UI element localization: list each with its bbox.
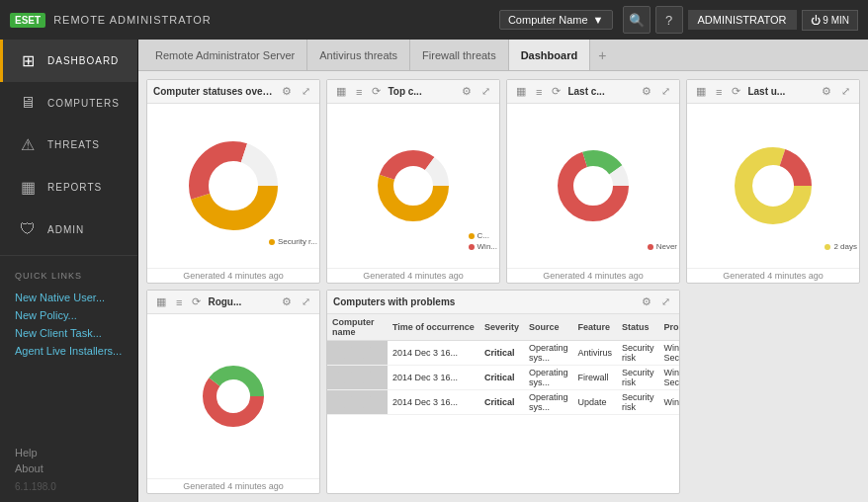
widget-bar-icon3[interactable]: ▦ [513,84,529,99]
problems-table: Computer name Time of occurrence Severit… [327,314,679,415]
computer-name-select[interactable]: Computer Name ▼ [499,10,613,30]
search-button[interactable]: 🔍 [623,6,651,34]
sidebar-item-threats[interactable]: ⚠ THREATS [0,124,137,166]
svg-point-7 [396,169,430,203]
logged-in-user: ADMINISTRATOR [688,10,797,30]
legend-item-never: Never [648,242,677,251]
widget-expand-icon4[interactable]: ⤢ [838,84,853,99]
table-cell: Operating sys... [524,341,573,366]
table-cell: ████████ [327,366,388,390]
widget-body-rogue [147,314,319,478]
quick-link-native-user[interactable]: New Native User... [15,289,123,306]
sidebar-divider [0,255,137,256]
table-cell: Critical [479,341,524,366]
help-link[interactable]: Help [15,445,123,460]
app-title: REMOTE ADMINISTRATOR [53,14,212,26]
widget-expand-icon5[interactable]: ⤢ [299,294,313,309]
table-cell: 2014 Dec 3 16... [388,341,479,366]
widget-expand-icon2[interactable]: ⤢ [478,84,493,99]
threats-label: THREATS [47,139,100,150]
quick-link-policy[interactable]: New Policy... [15,306,123,324]
donut-chart-last-u [692,109,854,263]
widget-list-icon5[interactable]: ≡ [173,295,185,309]
donut-chart-rogue [152,319,314,473]
col-time: Time of occurrence [388,314,479,341]
widget-list-icon[interactable]: ≡ [353,85,365,99]
legend-label-never: Never [656,242,677,251]
widget-footer-last-c: Generated 4 minutes ago [507,268,679,283]
widget-expand-icon[interactable]: ⤢ [299,84,313,99]
widget-title-computer-statuses: Computer statuses overview [153,86,275,97]
widget-list-icon4[interactable]: ≡ [713,85,725,99]
sidebar-item-reports[interactable]: ▦ REPORTS [0,166,137,209]
widget-title-last-c: Last c... [567,86,635,97]
problems-table-scroll[interactable]: Computer name Time of occurrence Severit… [327,314,679,493]
legend-item-2days: 2 days [825,242,857,251]
svg-point-14 [754,167,792,205]
computers-icon: 🖥 [18,94,38,112]
col-feature: Feature [572,314,617,341]
widget-bar-icon[interactable]: ▦ [333,84,349,99]
widget-settings-icon5[interactable]: ⚙ [279,294,295,309]
table-cell: Operating sys... [524,390,573,415]
quick-link-client-task[interactable]: New Client Task... [15,324,123,342]
quick-links-section: QUICK LINKS New Native User... New Polic… [0,261,137,365]
table-row: ████████2014 Dec 3 16...CriticalOperatin… [327,341,679,366]
about-link[interactable]: About [15,460,123,476]
widget-settings-icon[interactable]: ⚙ [279,84,295,99]
widget-chart-icon5[interactable]: ⟳ [189,294,204,309]
reports-icon: ▦ [18,178,38,197]
main-layout: ⊞ DASHBOARD 🖥 COMPUTERS ⚠ THREATS ▦ REPO… [0,40,868,502]
tab-remote-admin[interactable]: Remote Administrator Server [143,40,307,70]
help-button[interactable]: ? [655,6,683,34]
widget-expand-icon6[interactable]: ⤢ [658,294,673,309]
donut-chart-last-c [512,109,674,263]
widget-body-computer-statuses: Security r... [147,104,319,268]
sidebar-item-computers[interactable]: 🖥 COMPUTERS [0,82,137,124]
widget-bar-icon4[interactable]: ▦ [693,84,709,99]
chart-legend-statuses: Security r... [269,237,317,248]
reports-label: REPORTS [47,182,102,193]
widget-rogue: ▦ ≡ ⟳ Rogu... ⚙ ⤢ Gene [146,290,320,494]
widget-expand-icon3[interactable]: ⤢ [658,84,673,99]
tab-dashboard[interactable]: Dashboard [509,40,590,70]
widget-body-last-c: Never [507,104,679,268]
widget-title-top-c: Top c... [388,86,455,97]
widget-last-c: ▦ ≡ ⟳ Last c... ⚙ ⤢ [506,79,680,284]
widget-footer-top-c: Generated 4 minutes ago [327,268,499,283]
table-cell: 2014 Dec 3 16... [388,390,479,415]
logout-button[interactable]: ⏻ 9 MIN [802,10,858,31]
widget-header-rogue: ▦ ≡ ⟳ Rogu... ⚙ ⤢ [147,291,319,314]
widget-chart-icon3[interactable]: ⟳ [549,84,564,99]
table-cell: Windows Sec... [658,366,679,390]
widget-footer-statuses: Generated 4 minutes ago [147,268,319,283]
quick-link-agent-installers[interactable]: Agent Live Installers... [15,342,123,360]
widget-settings-icon4[interactable]: ⚙ [819,84,834,99]
legend-dot-never [648,244,653,250]
sidebar-item-admin[interactable]: 🛡 ADMIN [0,209,137,250]
sidebar-item-dashboard[interactable]: ⊞ DASHBOARD [0,40,137,82]
col-source: Source [524,314,573,341]
widget-settings-icon6[interactable]: ⚙ [639,294,654,309]
computer-name-label: Computer Name [508,14,588,26]
widget-settings-icon2[interactable]: ⚙ [459,84,475,99]
tab-firewall[interactable]: Firewall threats [410,40,509,70]
add-tab-button[interactable]: + [590,47,614,63]
quick-links-title: QUICK LINKS [15,271,123,281]
logo-area: ESET REMOTE ADMINISTRATOR [10,13,212,28]
widget-chart-icon4[interactable]: ⟳ [729,84,743,99]
chart-legend-last-u: 2 days [825,242,857,253]
widget-chart-icon[interactable]: ⟳ [369,84,384,99]
widget-settings-icon3[interactable]: ⚙ [639,84,654,99]
tab-antivirus[interactable]: Antivirus threats [307,40,410,70]
legend-label-c: C... [477,231,489,240]
computers-label: COMPUTERS [47,98,120,109]
widget-bar-icon5[interactable]: ▦ [153,294,169,309]
dropdown-icon: ▼ [593,14,604,26]
widget-list-icon3[interactable]: ≡ [533,85,545,99]
widget-footer-last-u: Generated 4 minutes ago [687,268,859,283]
table-cell: Critical [479,390,524,415]
legend-label-win: Win... [477,242,497,251]
widget-header-top-c: ▦ ≡ ⟳ Top c... ⚙ ⤢ [327,80,499,104]
table-cell: Windo... [658,390,679,415]
